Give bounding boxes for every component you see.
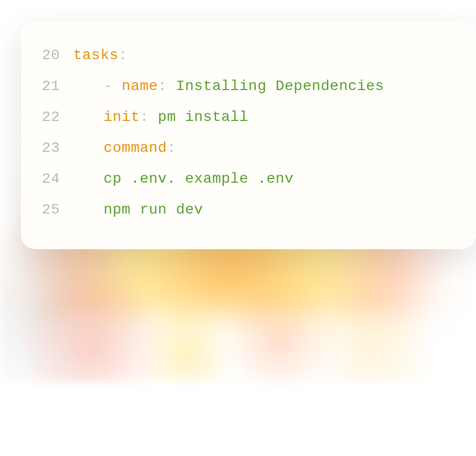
code-content: init: pm install xyxy=(73,109,248,125)
token-colon: : xyxy=(140,109,158,125)
token-key: command xyxy=(104,140,167,156)
line-number: 23 xyxy=(42,140,73,156)
line-number: 22 xyxy=(42,109,73,125)
line-number: 20 xyxy=(42,47,73,63)
code-line: 24cp .env. example .env xyxy=(42,171,455,187)
token-key: tasks xyxy=(73,47,119,63)
code-content: - name: Installing Dependencies xyxy=(73,78,384,94)
code-line: 21- name: Installing Dependencies xyxy=(42,78,455,94)
token-key: name xyxy=(122,78,158,94)
code-content: cp .env. example .env xyxy=(73,171,293,187)
code-content: command: xyxy=(73,140,176,156)
code-line: 23command: xyxy=(42,140,455,156)
token-value: Installing Dependencies xyxy=(176,78,384,94)
code-content: npm run dev xyxy=(73,202,203,218)
code-line: 22init: pm install xyxy=(42,109,455,125)
token-dash: - xyxy=(104,78,122,94)
token-value: pm install xyxy=(158,109,248,125)
code-editor-card: 20tasks:21- name: Installing Dependencie… xyxy=(21,21,476,249)
token-value: cp .env. example .env xyxy=(104,171,293,187)
token-value: npm run dev xyxy=(104,202,203,218)
token-colon: : xyxy=(167,140,176,156)
code-line: 25npm run dev xyxy=(42,202,455,218)
token-colon: : xyxy=(119,47,128,63)
line-number: 21 xyxy=(42,78,73,94)
code-line: 20tasks: xyxy=(42,47,455,63)
code-content: tasks: xyxy=(73,47,128,63)
token-colon: : xyxy=(158,78,176,94)
line-number: 24 xyxy=(42,171,73,187)
code-block: 20tasks:21- name: Installing Dependencie… xyxy=(42,47,455,218)
line-number: 25 xyxy=(42,202,73,218)
token-key: init xyxy=(104,109,140,125)
